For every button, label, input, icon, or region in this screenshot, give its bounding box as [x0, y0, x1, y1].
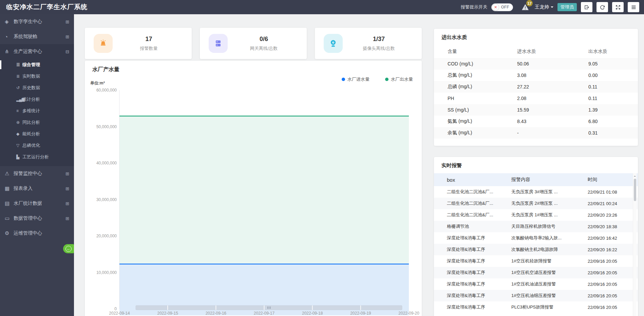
sidebar-item-3[interactable]: ⚠报警监控中心⊞ — [0, 166, 74, 181]
inflow-value: 3.08 — [517, 73, 588, 78]
column-header: 时间 — [588, 177, 638, 183]
alarm-row[interactable]: 深度处理&消毒工序1#空压机油滤压差报警22/09/16 20:05 — [434, 278, 638, 290]
alarm-time: 22/09/21 01:08 — [588, 190, 638, 195]
stat-value: 17 — [113, 36, 185, 43]
water-quality-row: SS (mg/L)15.591.39 — [434, 104, 638, 116]
refresh-button[interactable] — [596, 2, 608, 12]
svg-text:2022-09-15: 2022-09-15 — [157, 311, 178, 316]
scroll-up-arrow-icon[interactable] — [634, 175, 636, 177]
alarm-row[interactable]: 深度处理&消毒工序1#空压机轻故障报警22/09/16 20:05 — [434, 255, 638, 267]
alarm-row[interactable]: 深度处理&消毒工序PLC3柜UPS故障报警22/09/16 20:05 — [434, 301, 638, 313]
sidebar-collapse-button[interactable]: ← — [63, 244, 74, 253]
sidebar-subitem-2-7[interactable]: ▽总磷优化 — [0, 140, 74, 151]
multi-dim-icon: ≡ — [16, 108, 22, 113]
sidebar-subitem-2-5[interactable]: ⊕同比分析 — [0, 117, 74, 128]
inflow-value: 15.59 — [517, 107, 588, 113]
legend-item-1[interactable]: 水厂出水量 — [385, 76, 413, 82]
outflow-value: 9.05 — [588, 61, 638, 66]
legend-item-0[interactable]: 水厂进水量 — [342, 76, 370, 82]
area-chart[interactable]: 60,000,00050,000,00040,000,00030,000,000… — [85, 86, 422, 316]
alarm-row[interactable]: 格栅调节池天目路压榨机故障信号22/09/20 18:38 — [434, 221, 638, 232]
main-content: 17报警数量0/6网关离线/总数1/37摄像头离线/总数 水厂产水量 水厂进水量… — [74, 14, 644, 316]
sidebar-subitem-2-1[interactable]: ≣实时数据 — [0, 71, 74, 82]
outflow-value: 0.11 — [588, 84, 638, 90]
sidebar-subitem-2-4[interactable]: ≡多维统计 — [0, 105, 74, 117]
alarm-content: 次氯酸钠主机2电源故障 — [511, 246, 588, 253]
siren-icon — [94, 34, 113, 53]
camera-icon — [324, 34, 343, 53]
param-name: 氨氮 (mg/L) — [448, 118, 517, 124]
svg-text:2022-09-14: 2022-09-14 — [109, 311, 130, 316]
sidebar-subitem-2-8[interactable]: ▙工艺运行分析 — [0, 151, 74, 163]
logout-button[interactable] — [581, 2, 592, 12]
svg-text:10,000,000: 10,000,000 — [96, 270, 117, 275]
arrow-left-icon: ← — [65, 246, 72, 252]
notification-warning-icon[interactable]: 17 — [520, 3, 531, 12]
expand-icon[interactable]: ⊞ — [65, 186, 69, 191]
scrollbar-thumb[interactable] — [634, 179, 636, 201]
expand-icon[interactable]: ⊞ — [65, 19, 69, 24]
stat-label: 摄像头离线/总数 — [343, 45, 415, 52]
sidebar-subitem-label: 同比分析 — [22, 119, 40, 125]
svg-text:2022-09-20: 2022-09-20 — [398, 311, 419, 316]
collapse-icon[interactable]: ⊟ — [65, 49, 69, 54]
user-menu[interactable]: 王龙帅 — [535, 4, 553, 10]
alarm-content: 次氯酸钠电导率2输入故... — [511, 235, 588, 241]
sidebar-item-label: 运维管理中心 — [14, 230, 42, 236]
svg-text:50,000,000: 50,000,000 — [96, 124, 117, 129]
water-quality-row: 余氯 (mg/L)-0.31 — [434, 127, 638, 139]
column-header: 出水水质 — [588, 48, 638, 55]
sidebar-item-2[interactable]: ⋔生产运营中心⊟ — [0, 44, 74, 59]
sidebar-item-0[interactable]: ◈数字孪生中心⊞ — [0, 14, 74, 29]
sidebar-subitem-2-3[interactable]: ▂▄▆统计分析 — [0, 94, 74, 105]
sidebar-item-5[interactable]: ▤水厂统计数据⊞ — [0, 196, 74, 211]
alarm-row[interactable]: 深度处理&消毒工序1#空压机空滤压差报警22/09/16 20:05 — [434, 267, 638, 278]
logout-icon — [584, 4, 590, 10]
sidebar-item-4[interactable]: ▦报表录入⊞ — [0, 181, 74, 196]
legend-label: 水厂出水量 — [391, 76, 413, 82]
hamburger-icon — [631, 4, 637, 10]
alarm-box: 深度处理&消毒工序 — [447, 281, 511, 287]
stat-card-2: 1/37摄像头离线/总数 — [315, 28, 422, 59]
outflow-value: 0.00 — [588, 73, 638, 78]
water-output-chart-panel: 水厂产水量 水厂进水量水厂出水量 单位:m³ 60,000,00050,000,… — [85, 61, 422, 316]
toggle-x-icon: ✕ — [492, 4, 499, 11]
sidebar-subitem-label: 实时数据 — [22, 73, 40, 79]
alarm-time: 22/09/16 20:05 — [588, 270, 638, 275]
sidebar-item-1[interactable]: ◔系统驾驶舱⊞ — [0, 29, 74, 44]
sidebar-subitem-2-2[interactable]: ↺历史数据 — [0, 82, 74, 94]
sidebar-subitem-2-0[interactable]: ☰综合管理 — [0, 59, 74, 71]
column-header: 报警内容 — [511, 177, 588, 183]
fullscreen-button[interactable] — [612, 2, 624, 12]
alarm-switch-label: 报警提示开关 — [461, 4, 487, 10]
alarm-row[interactable]: 深度处理&消毒工序1#空压机油细压差报警22/09/16 20:05 — [434, 290, 638, 301]
expand-icon[interactable]: ⊞ — [65, 34, 69, 39]
expand-icon[interactable]: ⊞ — [65, 201, 69, 206]
alarm-row[interactable]: 二组生化池二沉池&厂...无负压泵房 3#增压泵 ...22/09/21 01:… — [434, 186, 638, 198]
inflow-value: 8.43 — [517, 119, 588, 124]
sidebar-subitem-label: 总磷优化 — [22, 142, 40, 149]
alarm-time: 22/09/21 00:24 — [588, 201, 638, 206]
expand-icon[interactable]: ⊞ — [65, 171, 69, 176]
stat-card-0: 17报警数量 — [85, 28, 192, 59]
yoy-icon: ⊕ — [16, 120, 22, 125]
alarm-table-scrollbar[interactable] — [633, 173, 637, 316]
alarm-row[interactable]: 二组生化池二沉池&厂...无负压泵房 1#增压泵 ...22/09/20 23:… — [434, 209, 638, 221]
dashboard-icon: ◔ — [5, 34, 14, 40]
menu-button[interactable] — [628, 2, 639, 12]
alarm-row[interactable]: 深度处理&消毒工序次氯酸钠电导率2输入故...22/09/20 16:42 — [434, 232, 638, 244]
water-quality-row: 总磷 (mg/L)27.220.11 — [434, 81, 638, 93]
alarm-time: 22/09/20 18:38 — [588, 224, 638, 229]
sidebar-item-7[interactable]: ⚙运维管理中心 — [0, 226, 74, 241]
sidebar-item-label: 报表录入 — [14, 185, 33, 192]
water-quality-table: 含量进水水质出水水质COD (mg/L)50.069.05总氮 (mg/L)3.… — [434, 45, 638, 139]
sidebar-item-6[interactable]: ▭数据管理中心⊞ — [0, 211, 74, 226]
alarm-row[interactable]: 深度处理&消毒工序次氯酸钠主机2电源故障22/09/20 16:22 — [434, 244, 638, 255]
expand-icon[interactable]: ⊞ — [65, 216, 69, 221]
water-quality-row: COD (mg/L)50.069.05 — [434, 58, 638, 70]
alarm-toggle-switch[interactable]: ✕ OFF — [491, 3, 513, 11]
sidebar-subitem-2-6[interactable]: ◆能耗分析 — [0, 128, 74, 140]
alarm-row[interactable]: 二组生化池二沉池&厂...无负压泵房 2#增压泵 ...22/09/21 00:… — [434, 198, 638, 209]
legend-label: 水厂进水量 — [347, 76, 370, 82]
report-entry-icon: ▦ — [5, 185, 14, 192]
